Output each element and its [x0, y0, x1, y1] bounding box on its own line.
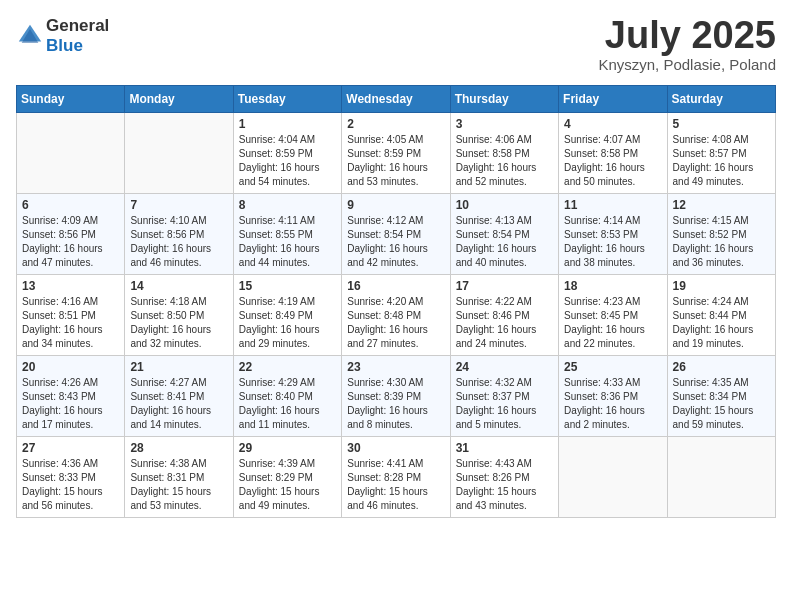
day-number: 20: [22, 360, 119, 374]
calendar-table: SundayMondayTuesdayWednesdayThursdayFrid…: [16, 85, 776, 518]
calendar-cell: 24Sunrise: 4:32 AM Sunset: 8:37 PM Dayli…: [450, 356, 558, 437]
day-info: Sunrise: 4:24 AM Sunset: 8:44 PM Dayligh…: [673, 295, 770, 351]
calendar-cell: 19Sunrise: 4:24 AM Sunset: 8:44 PM Dayli…: [667, 275, 775, 356]
logo: General Blue: [16, 16, 109, 56]
calendar-header-monday: Monday: [125, 86, 233, 113]
day-number: 16: [347, 279, 444, 293]
calendar-cell: 6Sunrise: 4:09 AM Sunset: 8:56 PM Daylig…: [17, 194, 125, 275]
day-number: 10: [456, 198, 553, 212]
day-number: 15: [239, 279, 336, 293]
calendar-header-friday: Friday: [559, 86, 667, 113]
day-number: 3: [456, 117, 553, 131]
day-info: Sunrise: 4:13 AM Sunset: 8:54 PM Dayligh…: [456, 214, 553, 270]
day-info: Sunrise: 4:18 AM Sunset: 8:50 PM Dayligh…: [130, 295, 227, 351]
calendar-week-row: 20Sunrise: 4:26 AM Sunset: 8:43 PM Dayli…: [17, 356, 776, 437]
day-info: Sunrise: 4:36 AM Sunset: 8:33 PM Dayligh…: [22, 457, 119, 513]
day-info: Sunrise: 4:38 AM Sunset: 8:31 PM Dayligh…: [130, 457, 227, 513]
calendar-cell: 4Sunrise: 4:07 AM Sunset: 8:58 PM Daylig…: [559, 113, 667, 194]
day-number: 6: [22, 198, 119, 212]
calendar-cell: 8Sunrise: 4:11 AM Sunset: 8:55 PM Daylig…: [233, 194, 341, 275]
calendar-cell: [559, 437, 667, 518]
calendar-cell: 23Sunrise: 4:30 AM Sunset: 8:39 PM Dayli…: [342, 356, 450, 437]
calendar-cell: 12Sunrise: 4:15 AM Sunset: 8:52 PM Dayli…: [667, 194, 775, 275]
day-number: 8: [239, 198, 336, 212]
calendar-cell: 26Sunrise: 4:35 AM Sunset: 8:34 PM Dayli…: [667, 356, 775, 437]
calendar-cell: 16Sunrise: 4:20 AM Sunset: 8:48 PM Dayli…: [342, 275, 450, 356]
day-number: 11: [564, 198, 661, 212]
calendar-week-row: 6Sunrise: 4:09 AM Sunset: 8:56 PM Daylig…: [17, 194, 776, 275]
logo-general-text: General: [46, 16, 109, 35]
day-info: Sunrise: 4:11 AM Sunset: 8:55 PM Dayligh…: [239, 214, 336, 270]
day-number: 27: [22, 441, 119, 455]
calendar-cell: 11Sunrise: 4:14 AM Sunset: 8:53 PM Dayli…: [559, 194, 667, 275]
calendar-cell: 3Sunrise: 4:06 AM Sunset: 8:58 PM Daylig…: [450, 113, 558, 194]
calendar-header-thursday: Thursday: [450, 86, 558, 113]
day-number: 2: [347, 117, 444, 131]
day-number: 22: [239, 360, 336, 374]
day-info: Sunrise: 4:35 AM Sunset: 8:34 PM Dayligh…: [673, 376, 770, 432]
calendar-header-row: SundayMondayTuesdayWednesdayThursdayFrid…: [17, 86, 776, 113]
logo-blue-text: Blue: [46, 36, 83, 55]
calendar-cell: 10Sunrise: 4:13 AM Sunset: 8:54 PM Dayli…: [450, 194, 558, 275]
calendar-week-row: 1Sunrise: 4:04 AM Sunset: 8:59 PM Daylig…: [17, 113, 776, 194]
calendar-cell: 29Sunrise: 4:39 AM Sunset: 8:29 PM Dayli…: [233, 437, 341, 518]
day-number: 28: [130, 441, 227, 455]
day-info: Sunrise: 4:20 AM Sunset: 8:48 PM Dayligh…: [347, 295, 444, 351]
calendar-cell: [17, 113, 125, 194]
day-info: Sunrise: 4:27 AM Sunset: 8:41 PM Dayligh…: [130, 376, 227, 432]
day-number: 13: [22, 279, 119, 293]
month-title: July 2025: [598, 16, 776, 54]
calendar-cell: 31Sunrise: 4:43 AM Sunset: 8:26 PM Dayli…: [450, 437, 558, 518]
day-info: Sunrise: 4:41 AM Sunset: 8:28 PM Dayligh…: [347, 457, 444, 513]
calendar-header-tuesday: Tuesday: [233, 86, 341, 113]
calendar-cell: 28Sunrise: 4:38 AM Sunset: 8:31 PM Dayli…: [125, 437, 233, 518]
day-number: 29: [239, 441, 336, 455]
day-number: 24: [456, 360, 553, 374]
day-number: 1: [239, 117, 336, 131]
logo-icon: [16, 22, 44, 50]
calendar-cell: 18Sunrise: 4:23 AM Sunset: 8:45 PM Dayli…: [559, 275, 667, 356]
calendar-cell: 25Sunrise: 4:33 AM Sunset: 8:36 PM Dayli…: [559, 356, 667, 437]
day-number: 30: [347, 441, 444, 455]
day-number: 4: [564, 117, 661, 131]
day-info: Sunrise: 4:16 AM Sunset: 8:51 PM Dayligh…: [22, 295, 119, 351]
calendar-cell: 5Sunrise: 4:08 AM Sunset: 8:57 PM Daylig…: [667, 113, 775, 194]
day-info: Sunrise: 4:39 AM Sunset: 8:29 PM Dayligh…: [239, 457, 336, 513]
calendar-cell: 9Sunrise: 4:12 AM Sunset: 8:54 PM Daylig…: [342, 194, 450, 275]
calendar-cell: 22Sunrise: 4:29 AM Sunset: 8:40 PM Dayli…: [233, 356, 341, 437]
day-info: Sunrise: 4:30 AM Sunset: 8:39 PM Dayligh…: [347, 376, 444, 432]
calendar-cell: 15Sunrise: 4:19 AM Sunset: 8:49 PM Dayli…: [233, 275, 341, 356]
calendar-header-wednesday: Wednesday: [342, 86, 450, 113]
calendar-cell: 14Sunrise: 4:18 AM Sunset: 8:50 PM Dayli…: [125, 275, 233, 356]
day-info: Sunrise: 4:23 AM Sunset: 8:45 PM Dayligh…: [564, 295, 661, 351]
day-info: Sunrise: 4:29 AM Sunset: 8:40 PM Dayligh…: [239, 376, 336, 432]
day-info: Sunrise: 4:22 AM Sunset: 8:46 PM Dayligh…: [456, 295, 553, 351]
calendar-cell: 7Sunrise: 4:10 AM Sunset: 8:56 PM Daylig…: [125, 194, 233, 275]
day-info: Sunrise: 4:10 AM Sunset: 8:56 PM Dayligh…: [130, 214, 227, 270]
calendar-cell: 27Sunrise: 4:36 AM Sunset: 8:33 PM Dayli…: [17, 437, 125, 518]
day-number: 17: [456, 279, 553, 293]
day-info: Sunrise: 4:26 AM Sunset: 8:43 PM Dayligh…: [22, 376, 119, 432]
day-info: Sunrise: 4:05 AM Sunset: 8:59 PM Dayligh…: [347, 133, 444, 189]
day-info: Sunrise: 4:15 AM Sunset: 8:52 PM Dayligh…: [673, 214, 770, 270]
calendar-header-sunday: Sunday: [17, 86, 125, 113]
calendar-cell: [667, 437, 775, 518]
day-info: Sunrise: 4:04 AM Sunset: 8:59 PM Dayligh…: [239, 133, 336, 189]
day-number: 19: [673, 279, 770, 293]
calendar-cell: [125, 113, 233, 194]
location-title: Knyszyn, Podlasie, Poland: [598, 56, 776, 73]
calendar-cell: 30Sunrise: 4:41 AM Sunset: 8:28 PM Dayli…: [342, 437, 450, 518]
day-number: 26: [673, 360, 770, 374]
day-number: 9: [347, 198, 444, 212]
calendar-cell: 20Sunrise: 4:26 AM Sunset: 8:43 PM Dayli…: [17, 356, 125, 437]
calendar-cell: 13Sunrise: 4:16 AM Sunset: 8:51 PM Dayli…: [17, 275, 125, 356]
day-info: Sunrise: 4:33 AM Sunset: 8:36 PM Dayligh…: [564, 376, 661, 432]
calendar-cell: 1Sunrise: 4:04 AM Sunset: 8:59 PM Daylig…: [233, 113, 341, 194]
day-info: Sunrise: 4:12 AM Sunset: 8:54 PM Dayligh…: [347, 214, 444, 270]
day-number: 21: [130, 360, 227, 374]
calendar-cell: 2Sunrise: 4:05 AM Sunset: 8:59 PM Daylig…: [342, 113, 450, 194]
day-info: Sunrise: 4:14 AM Sunset: 8:53 PM Dayligh…: [564, 214, 661, 270]
day-number: 14: [130, 279, 227, 293]
day-number: 5: [673, 117, 770, 131]
day-number: 18: [564, 279, 661, 293]
